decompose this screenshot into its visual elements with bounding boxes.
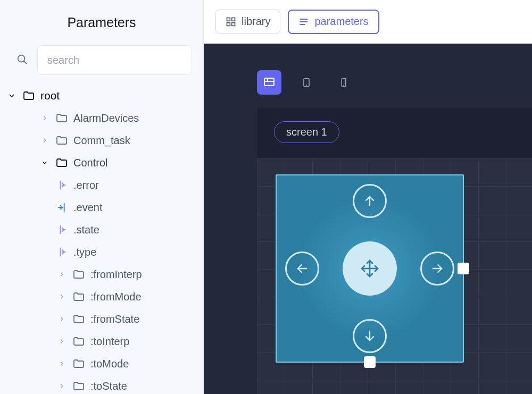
chevron-down-icon xyxy=(6,91,17,100)
tree-item-alarmdevices[interactable]: AlarmDevices xyxy=(2,107,203,129)
search-input[interactable] xyxy=(37,45,192,75)
tree-item-label: :toMode xyxy=(90,358,203,370)
tree-item-label: Control xyxy=(73,157,203,169)
grid-icon xyxy=(226,16,236,27)
search-row xyxy=(0,36,203,85)
tree-item-root[interactable]: root xyxy=(2,85,203,107)
list-icon xyxy=(298,16,309,27)
resize-handle-bottom[interactable] xyxy=(364,356,376,368)
chevron-down-icon xyxy=(39,159,50,166)
chevron-right-icon xyxy=(56,382,67,390)
parameter-output-icon xyxy=(56,224,68,236)
tree-item-param-event[interactable]: .event xyxy=(2,196,203,219)
tree-item-label: .event xyxy=(73,202,203,214)
chevron-right-icon xyxy=(39,114,50,122)
folder-icon xyxy=(72,268,85,281)
folder-icon xyxy=(55,112,68,124)
device-tablet-tab[interactable] xyxy=(294,70,319,95)
chevron-right-icon xyxy=(56,315,67,323)
folder-icon xyxy=(72,380,85,392)
chevron-right-icon xyxy=(39,137,50,144)
device-mobile-tab[interactable] xyxy=(331,70,356,95)
tree-item-frommode[interactable]: :fromMode xyxy=(2,286,203,308)
dpad-up-button[interactable] xyxy=(353,184,387,218)
tree-item-tointerp[interactable]: :toInterp xyxy=(2,330,203,353)
tree-item-fromstate[interactable]: :fromState xyxy=(2,308,203,330)
tree-item-frominterp[interactable]: :fromInterp xyxy=(2,263,203,286)
sidebar-title: Parameters xyxy=(0,0,203,36)
parameters-sidebar: Parameters root xyxy=(0,0,204,394)
folder-icon xyxy=(55,156,68,169)
tree-item-label: :toState xyxy=(90,380,203,392)
dpad-right-button[interactable] xyxy=(420,252,454,286)
tree-item-param-state[interactable]: .state xyxy=(2,219,203,241)
resize-handle-right[interactable] xyxy=(458,263,469,274)
tree-item-label: .error xyxy=(73,179,203,191)
dpad-center-button[interactable] xyxy=(343,241,397,296)
tree-item-param-type[interactable]: .type xyxy=(2,241,203,263)
parameter-output-icon xyxy=(56,246,68,258)
folder-icon xyxy=(72,335,85,348)
tree-item-label: root xyxy=(40,89,203,102)
search-icon[interactable] xyxy=(16,53,28,67)
screen-label: screen 1 xyxy=(286,126,327,138)
device-selector xyxy=(257,70,356,95)
library-button[interactable]: library xyxy=(215,10,280,34)
svg-point-0 xyxy=(18,55,25,62)
folder-icon xyxy=(22,89,35,102)
device-desktop-tab[interactable] xyxy=(257,70,281,95)
canvas: screen 1 xyxy=(204,44,532,394)
dpad-down-button[interactable] xyxy=(353,319,387,353)
tree-item-tomode[interactable]: :toMode xyxy=(2,353,203,375)
button-label: library xyxy=(242,15,270,28)
parameters-button[interactable]: parameters xyxy=(288,10,379,34)
editor-panel: library parameters screen 1 xyxy=(204,0,532,394)
tree-item-label: .type xyxy=(73,246,203,258)
tree-item-control[interactable]: Control xyxy=(2,152,203,174)
tree-item-param-error[interactable]: .error xyxy=(2,174,203,196)
tree-item-label: :fromInterp xyxy=(90,269,203,281)
screen-pill[interactable]: screen 1 xyxy=(274,121,339,143)
tree-item-label: :fromMode xyxy=(90,291,203,303)
design-stage: screen 1 xyxy=(257,107,532,394)
tree-item-label: .state xyxy=(73,224,203,236)
button-label: parameters xyxy=(314,15,368,28)
tree-item-label: :toInterp xyxy=(90,336,203,348)
svg-rect-5 xyxy=(232,22,235,26)
svg-rect-3 xyxy=(232,18,235,21)
folder-icon xyxy=(72,290,85,303)
chevron-right-icon xyxy=(56,293,67,300)
dpad-widget[interactable] xyxy=(276,174,464,363)
tree-item-label: :fromState xyxy=(90,313,203,325)
svg-rect-4 xyxy=(227,22,230,26)
tree-item-label: Comm_task xyxy=(73,135,203,147)
chevron-right-icon xyxy=(56,338,67,345)
editor-toolbar: library parameters xyxy=(204,0,532,44)
parameter-tree: root AlarmDevices Comm xyxy=(0,85,203,394)
folder-icon xyxy=(72,313,85,325)
folder-icon xyxy=(55,134,68,147)
tree-item-label: AlarmDevices xyxy=(73,112,203,124)
tree-item-commtask[interactable]: Comm_task xyxy=(2,129,203,152)
parameter-input-icon xyxy=(56,202,68,213)
chevron-right-icon xyxy=(56,360,67,367)
layout-grid[interactable] xyxy=(257,158,532,394)
svg-line-1 xyxy=(24,61,26,63)
tree-item-tostate[interactable]: :toState xyxy=(2,375,203,394)
parameter-output-icon xyxy=(56,179,68,191)
folder-icon xyxy=(72,357,85,370)
chevron-right-icon xyxy=(56,271,67,278)
svg-rect-2 xyxy=(227,18,230,21)
dpad-left-button[interactable] xyxy=(285,252,319,286)
